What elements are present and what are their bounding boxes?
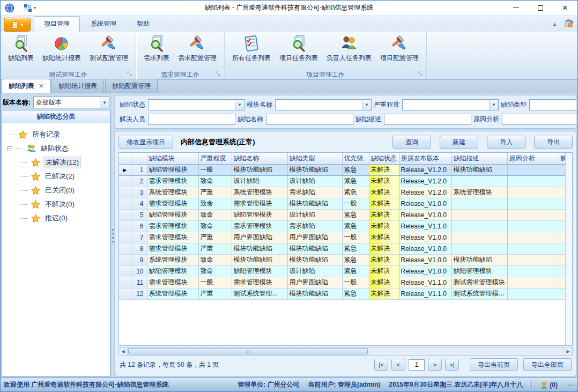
first-page-button[interactable]: |< xyxy=(374,359,388,371)
export-all-pages-button[interactable]: 导出全部页 xyxy=(523,358,572,371)
table-row[interactable]: 12系统管理模块严重测试系统管理...模块功能缺陷紧急未解决Release_V1… xyxy=(119,288,565,299)
scroll-left-icon[interactable]: ◀ xyxy=(119,347,128,355)
ribbon-button[interactable]: 需求配置管理 xyxy=(174,33,221,64)
table-row[interactable]: 10缺陷管理模块致命缺陷管理模块设计缺陷紧急未解决Release_V1.0.0缺… xyxy=(119,265,565,277)
export-button[interactable]: 导出 xyxy=(534,136,573,149)
column-header[interactable]: 解决方法 xyxy=(559,153,565,164)
table-row[interactable]: 5缺陷管理模块致命缺陷管理模块设计缺陷紧急未解决Release_V1.0.0 xyxy=(119,209,565,220)
version-combobox[interactable]: 全部版本 ▼ xyxy=(33,97,109,108)
chevron-down-icon[interactable]: ▼ xyxy=(489,100,498,110)
ribbon-button[interactable]: 缺陷统计报表 xyxy=(38,33,85,64)
column-header[interactable]: 缺陷类型 xyxy=(287,153,342,164)
ribbon-button[interactable]: 项目配置管理 xyxy=(376,33,423,64)
filter-input[interactable] xyxy=(149,100,235,110)
ribbon-button[interactable]: 测试配置管理 xyxy=(85,33,132,64)
tree-item[interactable]: 推迟(0) xyxy=(8,211,108,225)
app-icon[interactable] xyxy=(5,3,14,13)
row-selector-cell[interactable] xyxy=(119,288,131,299)
ribbon-button[interactable]: 缺陷列表 xyxy=(4,33,38,64)
table-row[interactable]: 4需求管理模块致命需求管理模块模块功能缺陷一般未解决Release_V1.0.0 xyxy=(119,198,565,209)
filter-input[interactable] xyxy=(384,114,471,124)
column-header[interactable]: 原因分析 xyxy=(507,153,559,164)
minimize-button[interactable] xyxy=(503,1,528,15)
chevron-down-icon[interactable]: ▼ xyxy=(100,97,109,108)
scrollbar-thumb[interactable]: ||| xyxy=(128,348,368,354)
tree-item[interactable]: −缺陷状态 xyxy=(8,142,108,156)
maximize-button[interactable] xyxy=(528,1,553,15)
modify-columns-button[interactable]: 修改显示项目 xyxy=(118,136,173,149)
tree-item[interactable]: 已关闭(0) xyxy=(8,183,108,197)
query-button[interactable]: 查询 xyxy=(392,136,431,149)
table-row[interactable]: 8需求管理模块严重模块功能缺陷模块功能缺陷紧急未解决Release_V1.0.0 xyxy=(119,243,565,254)
table-row[interactable]: 9系统管理模块致命模块功能缺陷模块功能缺陷紧急未解决Release_V1.0.0… xyxy=(119,254,565,265)
column-header[interactable]: 缺陷描述 xyxy=(451,153,507,164)
next-page-button[interactable]: > xyxy=(428,359,442,371)
ribbon-tab-0[interactable]: 项目管理 xyxy=(34,16,80,32)
dialog-launcher-icon[interactable] xyxy=(418,70,423,78)
row-selector-cell[interactable] xyxy=(119,232,131,243)
filter-input[interactable] xyxy=(530,100,576,110)
ribbon-button[interactable]: 需求列表 xyxy=(139,33,174,64)
row-selector-cell[interactable] xyxy=(119,187,131,198)
column-header[interactable]: 缺陷状态 xyxy=(369,153,399,164)
row-selector-cell[interactable] xyxy=(119,220,131,232)
ribbon-tab-1[interactable]: 系统管理 xyxy=(81,17,126,32)
table-row[interactable]: 7需求管理模块严重用户界面缺陷用户界面缺陷一般未解决Release_V1.0.0 xyxy=(119,232,565,243)
dialog-launcher-icon[interactable] xyxy=(216,70,220,78)
close-button[interactable]: ✕ xyxy=(553,1,577,15)
export-current-page-button[interactable]: 导出当前页 xyxy=(470,358,518,371)
table-row[interactable]: ▶1缺陷管理模块一般模块功能缺陷模块功能缺陷紧急未解决Release_V1.2.… xyxy=(119,164,565,175)
tree-item[interactable]: 所有记录 xyxy=(8,128,108,142)
online-users-indicator[interactable]: (0) xyxy=(540,381,558,389)
row-selector-cell[interactable] xyxy=(119,243,131,254)
prev-page-button[interactable]: < xyxy=(391,359,405,371)
row-selector-cell[interactable] xyxy=(119,175,131,187)
filter-input[interactable] xyxy=(266,114,353,124)
collapse-ribbon-icon[interactable]: ▲ xyxy=(552,21,558,27)
dialog-launcher-icon[interactable] xyxy=(127,70,132,78)
ribbon-tab-2[interactable]: 帮助 xyxy=(127,17,159,32)
quick-access-toolbar-icon[interactable]: ▾ xyxy=(24,4,36,12)
table-row[interactable]: 2需求管理模块致命设计缺陷设计缺陷紧急未解决Release_V1.2.0 xyxy=(119,175,565,187)
column-header[interactable]: 严重程度 xyxy=(198,153,232,164)
document-tab-0[interactable]: 缺陷列表✕ xyxy=(2,79,50,93)
table-row[interactable]: 11需求管理模块一般需求管理模块用户界面缺陷一般未解决Release_V1.1.… xyxy=(119,277,565,288)
page-number-input[interactable] xyxy=(409,359,425,371)
chevron-down-icon[interactable]: ▼ xyxy=(235,100,244,110)
ribbon-button[interactable]: 负责人任务列表 xyxy=(322,33,376,64)
row-selector-cell[interactable]: ▶ xyxy=(119,164,131,175)
close-tab-icon[interactable]: ✕ xyxy=(39,83,43,90)
filter-input[interactable] xyxy=(276,100,362,110)
table-row[interactable]: 3系统管理模块严重系统管理模块需求缺陷紧急未解决Release_V1.2.0系统… xyxy=(119,187,565,198)
panel-splitter[interactable] xyxy=(110,95,115,376)
last-page-button[interactable]: >| xyxy=(445,359,459,371)
import-button[interactable]: 导入 xyxy=(487,136,525,149)
row-selector-cell[interactable] xyxy=(119,277,131,288)
scroll-right-icon[interactable]: ▶ xyxy=(564,347,572,355)
document-tab-1[interactable]: 缺陷统计报表 xyxy=(51,79,104,93)
ribbon-button[interactable]: 项目任务列表 xyxy=(275,33,322,64)
filter-input[interactable] xyxy=(502,114,576,124)
row-selector-cell[interactable] xyxy=(119,198,131,209)
tree-item[interactable]: 不解决(0) xyxy=(8,197,108,211)
tree-item[interactable]: 已解决(2) xyxy=(8,169,108,183)
vertical-scrollbar[interactable] xyxy=(565,153,572,345)
row-selector-cell[interactable] xyxy=(119,254,131,265)
ribbon-button[interactable]: 所有任务列表 xyxy=(228,33,275,64)
chevron-down-icon[interactable]: ▼ xyxy=(362,100,371,110)
table-row[interactable]: 6需求管理模块致命需求管理模块需求缺陷紧急未解决Release_V1.1.0 xyxy=(119,220,565,232)
tree-expander-icon[interactable]: − xyxy=(8,146,12,151)
row-selector-cell[interactable] xyxy=(119,265,131,277)
filter-input[interactable] xyxy=(403,100,489,110)
horizontal-scrollbar[interactable]: ◀ ||| ▶ xyxy=(118,347,573,356)
application-menu-button[interactable]: ▾ xyxy=(4,18,31,32)
column-header[interactable]: 缺陷名称 xyxy=(232,153,287,164)
tree-item[interactable]: 未解决(12) xyxy=(8,156,108,169)
column-header[interactable]: 优先级 xyxy=(342,153,369,164)
column-header[interactable]: 所属发布版本 xyxy=(399,153,451,164)
filter-input[interactable] xyxy=(149,114,235,124)
column-header[interactable]: 缺陷模块 xyxy=(147,153,198,164)
new-button[interactable]: 新建 xyxy=(440,136,478,149)
document-tab-2[interactable]: 缺陷配置管理 xyxy=(105,79,158,93)
row-selector-cell[interactable] xyxy=(119,209,131,220)
